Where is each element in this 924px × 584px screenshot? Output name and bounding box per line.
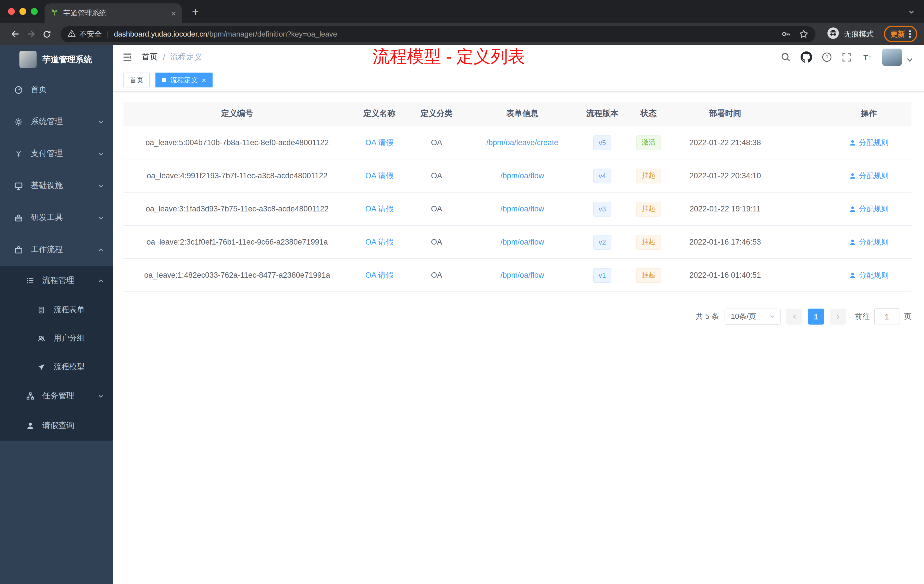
app-title: 芋道管理系统 bbox=[42, 54, 92, 65]
current-page-button[interactable]: 1 bbox=[808, 308, 824, 325]
sidebar-item-user-groups[interactable]: 用户分组 bbox=[0, 324, 113, 353]
tag-process-definition[interactable]: 流程定义 × bbox=[155, 73, 212, 87]
sidebar-collapse-icon[interactable] bbox=[122, 52, 132, 62]
tag-home[interactable]: 首页 bbox=[124, 73, 150, 87]
assign-rule-button[interactable]: 分配规则 bbox=[849, 270, 889, 280]
user-avatar[interactable] bbox=[882, 49, 902, 66]
chevron-down-icon bbox=[98, 214, 104, 221]
sidebar-item-devtools[interactable]: 研发工具 bbox=[0, 202, 113, 234]
cell-definition-id: oa_leave:4:991f2193-7b7f-11ec-a3c8-acde4… bbox=[124, 159, 351, 192]
cell-definition-id: oa_leave:5:004b710b-7b8a-11ec-8ef0-acde4… bbox=[124, 126, 351, 159]
sidebar-item-process-form[interactable]: 流程表单 bbox=[0, 295, 113, 324]
window-close-button[interactable] bbox=[8, 8, 15, 15]
window-zoom-button[interactable] bbox=[31, 8, 38, 15]
form-info-link[interactable]: /bpm/oa/flow bbox=[500, 172, 544, 180]
assign-rule-button[interactable]: 分配规则 bbox=[849, 171, 889, 181]
user-icon bbox=[25, 422, 35, 430]
cell-category: OA bbox=[408, 159, 465, 192]
goto-page-input[interactable] bbox=[874, 308, 899, 325]
definition-name-link[interactable]: OA 请假 bbox=[365, 171, 393, 181]
yen-icon: ¥ bbox=[14, 149, 23, 158]
bookmark-star-icon[interactable] bbox=[799, 29, 808, 39]
person-icon bbox=[849, 239, 856, 246]
cell-deploy-time: 2022-01-22 20:34:10 bbox=[672, 159, 778, 192]
prev-page-button[interactable] bbox=[786, 308, 802, 325]
version-tag: v5 bbox=[593, 135, 611, 150]
tab-close-icon[interactable]: × bbox=[171, 9, 176, 17]
sidebar-logo[interactable]: 芋道管理系统 bbox=[0, 45, 113, 74]
status-badge: 激活 bbox=[636, 135, 661, 150]
version-tag: v3 bbox=[593, 201, 611, 216]
table-row: oa_leave:2:3c1f0ef1-76b1-11ec-9c66-a2380… bbox=[124, 226, 911, 259]
sidebar-item-infrastructure[interactable]: 基础设施 bbox=[0, 170, 113, 202]
table-row: oa_leave:3:1fad3d93-7b75-11ec-a3c8-acde4… bbox=[124, 193, 911, 226]
browser-tabstrip: 芋道管理系统 × + bbox=[0, 0, 924, 23]
reload-button-icon[interactable] bbox=[39, 26, 55, 42]
incognito-label: 无痕模式 bbox=[844, 29, 874, 39]
breadcrumb-home[interactable]: 首页 bbox=[142, 52, 158, 62]
form-info-link[interactable]: /bpm/oa/flow bbox=[500, 205, 544, 213]
browser-tab[interactable]: 芋道管理系统 × bbox=[45, 3, 182, 23]
security-indicator[interactable]: 不安全 bbox=[68, 29, 102, 39]
tag-close-icon[interactable]: × bbox=[202, 76, 206, 84]
font-size-icon[interactable]: TT bbox=[861, 52, 873, 62]
browser-update-button[interactable]: 更新 bbox=[884, 26, 917, 42]
definition-name-link[interactable]: OA 请假 bbox=[365, 137, 393, 148]
workflow-submenu: 流程管理 流程表单 用户分组 bbox=[0, 266, 113, 440]
form-info-link[interactable]: /bpm/oa/flow bbox=[500, 238, 544, 246]
sidebar-item-process-management[interactable]: 流程管理 bbox=[0, 266, 113, 295]
person-icon bbox=[849, 272, 856, 279]
caret-down-icon[interactable] bbox=[907, 54, 912, 64]
table-row: oa_leave:5:004b710b-7b8a-11ec-8ef0-acde4… bbox=[124, 126, 911, 159]
form-info-link[interactable]: /bpm/oa/flow bbox=[500, 271, 544, 279]
window-minimize-button[interactable] bbox=[20, 8, 26, 15]
url-domain: dashboard.yudao.iocoder.cn bbox=[114, 30, 208, 38]
page-size-select[interactable]: 10条/页 bbox=[724, 308, 780, 325]
tab-search-chevron-icon[interactable] bbox=[908, 7, 915, 18]
send-icon bbox=[36, 363, 46, 371]
sidebar-item-leave-query[interactable]: 请假查询 bbox=[0, 411, 113, 440]
status-badge: 挂起 bbox=[636, 234, 661, 249]
pagination: 共 5 条 10条/页 1 前往 bbox=[124, 308, 911, 325]
new-tab-button[interactable]: + bbox=[187, 4, 203, 20]
forward-button-icon[interactable] bbox=[23, 26, 39, 42]
assign-rule-button[interactable]: 分配规则 bbox=[849, 237, 889, 247]
cell-definition-id: oa_leave:2:3c1f0ef1-76b1-11ec-9c66-a2380… bbox=[124, 226, 351, 258]
sidebar-item-process-model[interactable]: 流程模型 bbox=[0, 353, 113, 381]
help-icon[interactable]: ? bbox=[822, 52, 832, 62]
svg-text:T: T bbox=[863, 53, 868, 62]
sidebar-item-workflow[interactable]: 工作流程 bbox=[0, 234, 113, 266]
omnibox-separator: | bbox=[107, 30, 109, 38]
version-tag: v4 bbox=[593, 168, 611, 183]
cell-deploy-time: 2022-01-16 17:46:53 bbox=[672, 226, 778, 258]
sidebar-item-task-management[interactable]: 任务管理 bbox=[0, 381, 113, 411]
address-bar[interactable]: 不安全 | dashboard.yudao.iocoder.cn/bpm/man… bbox=[61, 26, 815, 42]
search-icon[interactable] bbox=[780, 52, 791, 62]
github-icon[interactable] bbox=[800, 51, 812, 63]
chevron-down-icon bbox=[98, 150, 104, 157]
sidebar-item-home[interactable]: 首页 bbox=[0, 74, 113, 106]
password-key-icon[interactable] bbox=[781, 29, 791, 39]
cell-definition-id: oa_leave:3:1fad3d93-7b75-11ec-a3c8-acde4… bbox=[124, 193, 351, 225]
definition-name-link[interactable]: OA 请假 bbox=[365, 204, 393, 214]
definition-name-link[interactable]: OA 请假 bbox=[365, 270, 393, 280]
briefcase-icon bbox=[14, 246, 23, 254]
users-icon bbox=[36, 335, 46, 342]
column-header: 定义编号 bbox=[124, 102, 351, 126]
back-button-icon[interactable] bbox=[7, 26, 23, 42]
definition-name-link[interactable]: OA 请假 bbox=[365, 237, 393, 247]
form-info-link[interactable]: /bpm/oa/leave/create bbox=[486, 138, 558, 147]
assign-rule-button[interactable]: 分配规则 bbox=[849, 137, 889, 148]
sidebar-item-system[interactable]: 系统管理 bbox=[0, 106, 113, 138]
person-icon bbox=[849, 139, 856, 146]
status-badge: 挂起 bbox=[636, 201, 661, 216]
cell-category: OA bbox=[408, 259, 465, 292]
next-page-button[interactable] bbox=[830, 308, 846, 325]
url-path: /bpm/manager/definition?key=oa_leave bbox=[208, 30, 337, 38]
sidebar-item-payment[interactable]: ¥ 支付管理 bbox=[0, 138, 113, 170]
browser-menu-icon[interactable] bbox=[909, 30, 911, 38]
person-icon bbox=[849, 172, 856, 179]
assign-rule-button[interactable]: 分配规则 bbox=[849, 204, 889, 214]
fullscreen-icon[interactable] bbox=[842, 52, 851, 62]
column-header: 部署时间 bbox=[672, 102, 778, 126]
